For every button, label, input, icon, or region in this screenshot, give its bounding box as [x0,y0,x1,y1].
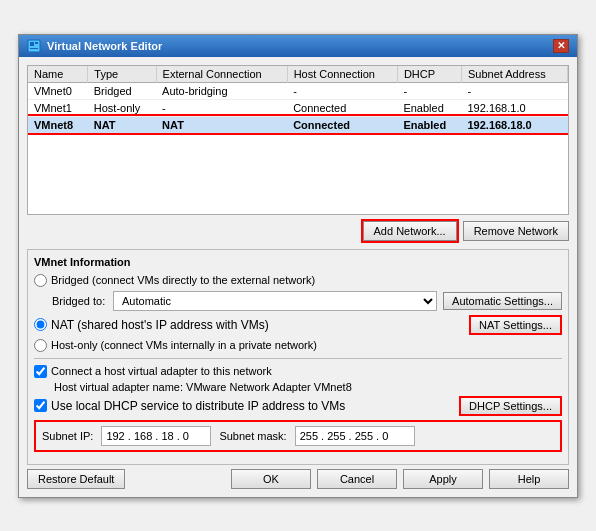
nat-left: NAT (shared host's IP address with VMs) [34,318,269,332]
apply-button[interactable]: Apply [403,469,483,489]
title-bar-left: Virtual Network Editor [27,39,162,53]
table-cell-name: VMnet8 [28,116,88,133]
table-cell-name: VMnet0 [28,82,88,99]
dhcp-row: Use local DHCP service to distribute IP … [34,396,562,416]
table-cell-host: - [287,82,397,99]
table-cell-dhcp: - [397,82,461,99]
window-icon [27,39,41,53]
col-dhcp: DHCP [397,66,461,83]
table-row[interactable]: VMnet0BridgedAuto-bridging--- [28,82,568,99]
main-window: Virtual Network Editor ✕ Name Type Exter… [18,34,578,498]
bottom-buttons: Restore Default OK Cancel Apply Help [27,469,569,489]
subnet-row: Subnet IP: Subnet mask: [34,420,562,452]
cancel-button[interactable]: Cancel [317,469,397,489]
window-body: Name Type External Connection Host Conne… [19,57,577,497]
table-cell-dhcp: Enabled [397,99,461,116]
subnet-mask-input[interactable] [295,426,415,446]
dhcp-settings-button[interactable]: DHCP Settings... [459,396,562,416]
bridged-to-select[interactable]: Automatic [113,291,437,311]
bridged-to-label: Bridged to: [52,295,107,307]
col-subnet: Subnet Address [461,66,567,83]
subnet-ip-input[interactable] [101,426,211,446]
dhcp-checkbox[interactable] [34,399,47,412]
table-row[interactable]: VMnet1Host-only-ConnectedEnabled192.168.… [28,99,568,116]
hostonly-radio-group: Host-only (connect VMs internally in a p… [34,339,562,352]
vmnet-info-section: VMnet Information Bridged (connect VMs d… [27,249,569,465]
table-header: Name Type External Connection Host Conne… [28,66,568,83]
dhcp-left: Use local DHCP service to distribute IP … [34,399,345,413]
table-row[interactable]: VMnet8NATNATConnectedEnabled192.168.18.0 [28,116,568,133]
bridged-radio[interactable] [34,274,47,287]
host-adapter-label: Connect a host virtual adapter to this n… [51,365,272,377]
table-body: VMnet0BridgedAuto-bridging---VMnet1Host-… [28,82,568,133]
table-header-row: Name Type External Connection Host Conne… [28,66,568,83]
table-cell-type: NAT [88,116,156,133]
table-cell-type: Bridged [88,82,156,99]
automatic-settings-button[interactable]: Automatic Settings... [443,292,562,310]
table-cell-subnet: - [461,82,567,99]
table-cell-host: Connected [287,99,397,116]
divider-1 [34,358,562,359]
hostonly-radio-label: Host-only (connect VMs internally in a p… [51,339,317,351]
table-cell-name: VMnet1 [28,99,88,116]
ok-button[interactable]: OK [231,469,311,489]
nat-settings-button[interactable]: NAT Settings... [469,315,562,335]
nat-radio-row: NAT (shared host's IP address with VMs) … [34,315,562,335]
table-cell-dhcp: Enabled [397,116,461,133]
table-cell-host: Connected [287,116,397,133]
svg-rect-1 [30,42,34,46]
bottom-right-buttons: OK Cancel Apply Help [231,469,569,489]
close-button[interactable]: ✕ [553,39,569,53]
table-cell-external: Auto-bridging [156,82,287,99]
col-name: Name [28,66,88,83]
network-table: Name Type External Connection Host Conne… [28,66,568,134]
hostonly-radio[interactable] [34,339,47,352]
adapter-name-row: Host virtual adapter name: VMware Networ… [54,381,562,393]
col-host: Host Connection [287,66,397,83]
host-adapter-checkbox[interactable] [34,365,47,378]
nat-radio[interactable] [34,318,47,331]
svg-rect-3 [30,48,38,49]
svg-rect-2 [35,42,38,44]
table-cell-subnet: 192.168.18.0 [461,116,567,133]
nat-radio-label: NAT (shared host's IP address with VMs) [51,318,269,332]
table-cell-subnet: 192.168.1.0 [461,99,567,116]
remove-network-button[interactable]: Remove Network [463,221,569,241]
restore-default-button[interactable]: Restore Default [27,469,125,489]
dhcp-label: Use local DHCP service to distribute IP … [51,399,345,413]
table-cell-external: NAT [156,116,287,133]
table-cell-type: Host-only [88,99,156,116]
add-network-button[interactable]: Add Network... [363,221,457,241]
subnet-mask-label: Subnet mask: [219,430,286,442]
vmnet-info-label: VMnet Information [34,256,562,268]
network-table-container: Name Type External Connection Host Conne… [27,65,569,215]
window-title: Virtual Network Editor [47,40,162,52]
col-external: External Connection [156,66,287,83]
table-cell-external: - [156,99,287,116]
col-type: Type [88,66,156,83]
title-bar: Virtual Network Editor ✕ [19,35,577,57]
host-adapter-checkbox-row: Connect a host virtual adapter to this n… [34,365,562,378]
adapter-name-text: Host virtual adapter name: VMware Networ… [54,381,352,393]
table-action-buttons: Add Network... Remove Network [27,221,569,241]
bridged-to-row: Bridged to: Automatic Automatic Settings… [52,291,562,311]
help-button[interactable]: Help [489,469,569,489]
bridged-radio-label: Bridged (connect VMs directly to the ext… [51,274,315,286]
subnet-ip-label: Subnet IP: [42,430,93,442]
bridged-radio-group: Bridged (connect VMs directly to the ext… [34,274,562,287]
